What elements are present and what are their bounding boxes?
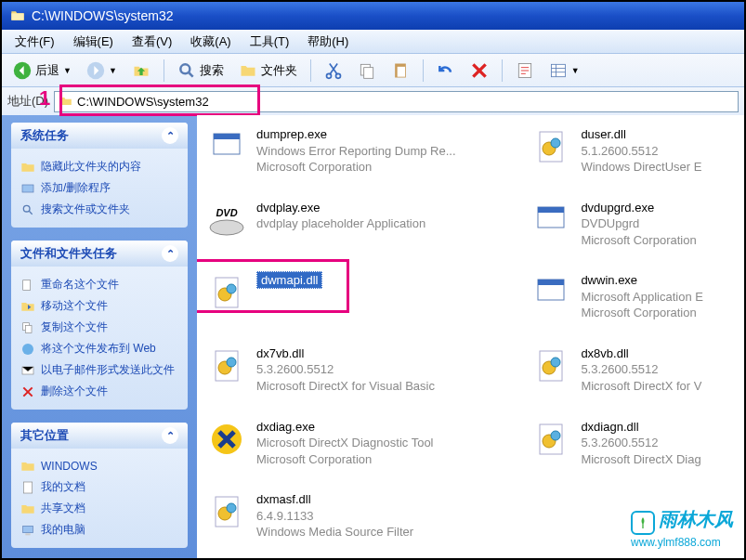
copy-icon xyxy=(358,61,376,80)
properties-button[interactable] xyxy=(510,59,540,82)
file-item[interactable]: dumprep.exeWindows Error Reporting Dump … xyxy=(206,126,530,176)
file-list: 2 dumprep.exeWindows Error Reporting Dum… xyxy=(197,115,744,558)
views-icon xyxy=(549,61,568,80)
file-item[interactable]: dxdiag.exeMicrosoft DirectX Diagnostic T… xyxy=(206,419,530,468)
menu-help[interactable]: 帮助(H) xyxy=(298,32,358,52)
task-email[interactable]: 以电子邮件形式发送此文件 xyxy=(20,359,178,381)
delete-icon xyxy=(470,61,489,80)
paste-button[interactable] xyxy=(386,59,415,82)
task-add-remove[interactable]: 添加/删除程序 xyxy=(20,177,178,199)
highlight-1 xyxy=(59,85,260,116)
undo-icon xyxy=(437,61,455,80)
folder-icon xyxy=(9,8,26,23)
back-icon xyxy=(13,61,32,80)
titlebar: C:\WINDOWS\system32 xyxy=(2,2,744,30)
svg-point-26 xyxy=(210,220,243,235)
search-icon xyxy=(177,61,196,80)
dvd-icon: DVD xyxy=(206,200,247,241)
svg-point-25 xyxy=(551,138,560,148)
svg-rect-34 xyxy=(538,280,564,285)
copy-button[interactable] xyxy=(352,59,382,82)
svg-point-44 xyxy=(551,431,560,440)
chevron-up-icon: ⌃ xyxy=(162,245,178,262)
svg-rect-20 xyxy=(25,533,30,535)
svg-rect-6 xyxy=(364,67,373,78)
task-hide-contents[interactable]: 隐藏此文件夹的内容 xyxy=(20,156,178,177)
highlight-2 xyxy=(197,259,349,313)
dll-icon xyxy=(530,419,571,460)
task-rename[interactable]: 重命名这个文件 xyxy=(20,274,178,295)
task-move[interactable]: 移动这个文件 xyxy=(20,295,178,317)
file-item[interactable]: dx8vb.dll5.3.2600.5512Microsoft DirectX … xyxy=(530,345,735,395)
cut-button[interactable] xyxy=(319,59,348,82)
task-search[interactable]: 搜索文件或文件夹 xyxy=(20,199,178,220)
file-item[interactable]: duser.dll5.1.2600.5512Windows DirectUser… xyxy=(530,126,735,176)
computer-icon xyxy=(20,523,35,538)
chevron-up-icon: ⌃ xyxy=(162,427,178,444)
paste-icon xyxy=(391,61,410,80)
place-mydocs[interactable]: 我的文档 xyxy=(20,476,178,498)
svg-point-40 xyxy=(551,358,560,367)
exe-icon xyxy=(530,200,571,241)
separator xyxy=(502,59,503,82)
exe-icon xyxy=(206,126,247,167)
shared-icon xyxy=(20,501,35,516)
menubar: 文件(F) 编辑(E) 查看(V) 收藏(A) 工具(T) 帮助(H) xyxy=(2,30,744,54)
svg-rect-13 xyxy=(23,280,31,290)
svg-point-4 xyxy=(335,73,340,78)
file-item[interactable]: dwwin.exeMicrosoft Application EMicrosof… xyxy=(530,272,735,321)
toolbar: 后退 ▼ ▼ 搜索 文件夹 ▼ xyxy=(2,54,744,87)
file-item[interactable]: dxmasf.dll6.4.9.1133Windows Media Source… xyxy=(206,491,531,540)
task-delete[interactable]: 删除这个文件 xyxy=(20,381,178,402)
folder-icon xyxy=(20,160,35,175)
properties-icon xyxy=(516,61,534,80)
panel-header[interactable]: 其它位置⌃ xyxy=(11,423,188,449)
svg-rect-19 xyxy=(23,526,33,532)
svg-point-12 xyxy=(23,205,30,212)
menu-tools[interactable]: 工具(T) xyxy=(241,32,299,52)
task-publish[interactable]: 将这个文件发布到 Web xyxy=(20,338,178,359)
file-item[interactable]: dvdupgrd.exeDVDUpgrdMicrosoft Corporatio… xyxy=(530,200,735,249)
forward-button[interactable]: ▼ xyxy=(81,59,123,82)
dropdown-icon: ▼ xyxy=(63,66,72,75)
dll-icon xyxy=(206,345,247,386)
rename-icon xyxy=(20,278,35,293)
undo-button[interactable] xyxy=(431,59,461,82)
file-item[interactable]: dxdiagn.dll5.3.2600.5512Microsoft Direct… xyxy=(530,419,735,468)
svg-point-37 xyxy=(227,358,236,367)
back-button[interactable]: 后退 ▼ xyxy=(7,59,77,82)
svg-point-2 xyxy=(180,64,190,73)
search-button[interactable]: 搜索 xyxy=(172,59,229,82)
svg-rect-15 xyxy=(25,325,32,332)
folders-icon xyxy=(239,61,257,80)
menu-view[interactable]: 查看(V) xyxy=(123,32,181,52)
move-icon xyxy=(20,299,35,314)
place-mycomputer[interactable]: 我的电脑 xyxy=(20,519,178,540)
place-windows[interactable]: WINDOWS xyxy=(20,456,178,476)
file-item[interactable]: DVD dvdplay.exedvdplay placeholder Appli… xyxy=(206,200,530,249)
chevron-up-icon: ⌃ xyxy=(162,127,178,144)
menu-edit[interactable]: 编辑(E) xyxy=(64,32,123,52)
dropdown-icon: ▼ xyxy=(109,66,117,75)
task-copy[interactable]: 复制这个文件 xyxy=(20,317,178,338)
copy-icon xyxy=(20,320,35,335)
views-button[interactable]: ▼ xyxy=(543,59,585,82)
panel-header[interactable]: 系统任务⌃ xyxy=(11,123,188,149)
panel-system-tasks: 系统任务⌃ 隐藏此文件夹的内容 添加/删除程序 搜索文件或文件夹 xyxy=(11,123,188,228)
separator xyxy=(164,59,164,82)
menu-fav[interactable]: 收藏(A) xyxy=(181,32,240,52)
delete-button[interactable] xyxy=(465,59,494,82)
file-item[interactable]: dx7vb.dll5.3.2600.5512Microsoft DirectX … xyxy=(206,345,530,395)
folders-button[interactable]: 文件夹 xyxy=(233,59,303,82)
forward-icon xyxy=(86,61,105,80)
window-title: C:\WINDOWS\system32 xyxy=(32,8,173,23)
up-button[interactable] xyxy=(126,59,156,82)
panel-other-places: 其它位置⌃ WINDOWS 我的文档 共享文档 我的电脑 xyxy=(11,423,188,548)
place-shared[interactable]: 共享文档 xyxy=(20,498,178,519)
panel-header[interactable]: 文件和文件夹任务⌃ xyxy=(11,241,188,267)
watermark-logo-icon xyxy=(631,511,655,535)
separator xyxy=(423,59,424,82)
dll-icon xyxy=(530,345,571,386)
address-bar: 1 地址(D) C:\WINDOWS\system32 xyxy=(2,87,744,115)
menu-file[interactable]: 文件(F) xyxy=(6,32,64,52)
